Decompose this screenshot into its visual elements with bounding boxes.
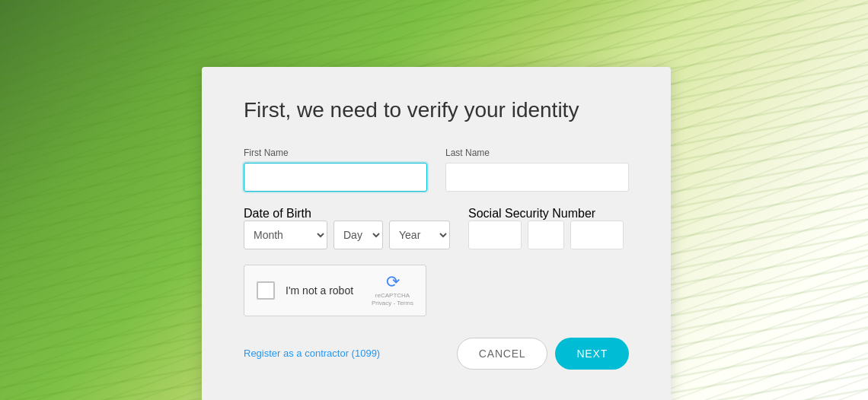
dob-selects: Month January February March April May J…	[244, 221, 450, 249]
last-name-label: Last Name	[445, 148, 629, 158]
ssn-field-2[interactable]	[528, 221, 564, 249]
ssn-field-3[interactable]	[570, 221, 624, 249]
button-group: CANCEL NEXT	[457, 338, 629, 370]
captcha-label: I'm not a robot	[286, 284, 361, 297]
ssn-field-1[interactable]	[468, 221, 522, 249]
dob-day-select[interactable]: Day 12 34 56 78 910 1112 1314 1516 1718 …	[333, 221, 383, 249]
identity-verification-modal: First, we need to verify your identity F…	[202, 67, 671, 400]
dob-month-select[interactable]: Month January February March April May J…	[244, 221, 327, 249]
recaptcha-brand: reCAPTCHAPrivacy - Terms	[372, 292, 413, 306]
dob-year-select[interactable]: Year 2005 2000 1995 1990 1985 1980 1975 …	[389, 221, 450, 249]
last-name-input[interactable]	[445, 163, 629, 192]
cancel-button[interactable]: CANCEL	[457, 338, 548, 370]
last-name-group: Last Name	[445, 148, 629, 192]
first-name-input[interactable]	[244, 163, 427, 192]
captcha-box[interactable]: I'm not a robot ⟳ reCAPTCHAPrivacy - Ter…	[244, 265, 426, 316]
captcha-container: I'm not a robot ⟳ reCAPTCHAPrivacy - Ter…	[244, 265, 629, 316]
first-name-label: First Name	[244, 148, 427, 158]
dob-label: Date of Birth	[244, 207, 450, 221]
next-button[interactable]: NEXT	[555, 338, 629, 370]
ssn-fields	[468, 221, 629, 249]
name-row: First Name Last Name	[244, 148, 629, 192]
dob-group: Date of Birth Month January February Mar…	[244, 207, 450, 249]
captcha-checkbox[interactable]	[257, 281, 275, 300]
recaptcha-icon: ⟳	[386, 274, 400, 290]
contractor-link[interactable]: Register as a contractor (1099)	[244, 348, 380, 359]
modal-title: First, we need to verify your identity	[244, 97, 629, 123]
captcha-logo: ⟳ reCAPTCHAPrivacy - Terms	[372, 274, 413, 306]
footer-row: Register as a contractor (1099) CANCEL N…	[244, 338, 629, 370]
ssn-group: Social Security Number	[468, 207, 629, 249]
ssn-label: Social Security Number	[468, 207, 629, 221]
dob-ssn-row: Date of Birth Month January February Mar…	[244, 207, 629, 249]
first-name-group: First Name	[244, 148, 427, 192]
